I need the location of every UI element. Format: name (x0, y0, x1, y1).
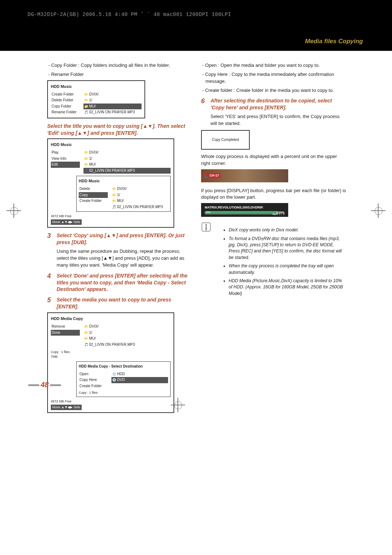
progress-fill (205, 211, 277, 214)
page-number: 48 (27, 381, 62, 389)
channel-badge: 📺 CH-17 (203, 173, 221, 178)
step-3-body: Using the same procedure as Dubbing, rep… (57, 248, 192, 269)
paragraph: Whole copy process is displayed with a p… (201, 153, 346, 167)
bullet-copy-here: Copy Here : Copy to the media immediatel… (201, 71, 346, 85)
step-3-text: Select 'Copy' using [▲▼] and press [ENTE… (57, 232, 192, 246)
file-item[interactable]: 1/ (83, 97, 142, 104)
step-6-body: Select 'YES' and press [ENTER] to confir… (211, 113, 346, 127)
section-title: Media files Copying (305, 38, 363, 45)
context-menu: Remove Done (51, 324, 80, 348)
menu-item[interactable]: Copy Here (79, 377, 108, 383)
menu-item[interactable]: Open (79, 371, 108, 377)
file-list: DVIX/ 1/ MU/ 02_LIVIN ON PRAYER.MP3 (83, 150, 171, 174)
crop-mark-bottom (171, 398, 185, 412)
note-item: To format a DVD±RW disc that contains me… (229, 236, 346, 261)
menu-item[interactable]: Rename Folder (51, 109, 80, 116)
menu-item[interactable]: Create Folder (79, 383, 108, 389)
context-menu: Delete Copy Create Folder (79, 186, 108, 210)
bullet-rename-folder: Rename Folder (47, 71, 192, 78)
file-item[interactable]: MU/ (83, 336, 171, 342)
info-icon (201, 222, 211, 303)
live-tv-preview: 📺 CH-17 (201, 169, 288, 182)
file-item[interactable]: MU/ (83, 162, 171, 168)
crop-mark-left (7, 203, 21, 218)
copy-completed-dialog: Copy Completed (201, 130, 250, 150)
panel-title: HDD Media Copy - Select Destination (79, 364, 168, 369)
file-item[interactable]: MU/ (111, 198, 168, 204)
file-item[interactable]: 02_LIVIN ON PRAYER.MP3 (83, 342, 171, 348)
copy-count: Copy : 1 files (51, 350, 70, 354)
file-item[interactable]: 02_LIVIN ON PRAYER.MP3 (83, 168, 171, 174)
file-item[interactable]: DVIX/ (83, 92, 142, 98)
menu-item[interactable]: Delete Folder (51, 97, 80, 104)
file-list: DVIX/ 1/ MU/ 02_LIVIN ON PRAYER.MP3 (83, 92, 142, 116)
panel-hdd-music-2: HDD Music Play View Info Edit DVIX/ 1/ M… (47, 138, 174, 228)
free-space: 4572 MB Free (51, 399, 72, 404)
step-4-text: Select 'Done' and press [ENTER] after se… (57, 272, 192, 293)
context-menu: Open Copy Here Create Folder (79, 371, 108, 389)
menu-item[interactable]: View Info (51, 156, 80, 162)
note-item: HDD Media (Picture,Music,DivX) capacity … (229, 278, 346, 297)
panel-media-copy: HDD Media Copy Remove Done DVIX/ 1/ MU/ … (47, 312, 174, 413)
step-6-number: 6 (201, 97, 208, 111)
nav-hint: Move ▲▼◀▶ Sele (51, 219, 82, 225)
menu-item[interactable]: Create Folder (79, 198, 108, 204)
crop-mark-right (371, 203, 385, 218)
step-2-text: Select the title you want to copy using … (47, 123, 192, 137)
right-column: Open : Open the media and folder you wan… (201, 60, 346, 417)
context-menu: Play View Info Edit (51, 150, 80, 174)
panel-title: HDD Music (51, 142, 171, 148)
nav-hint: Move ▲▼◀▶ Sele (51, 405, 82, 410)
progress-overlay: MATRIX.REVOLUTIONS.2003.DVDRIP. 0% 100% … (201, 203, 288, 217)
bullet-copy-folder: Copy Folder : Copy folders including all… (47, 62, 192, 69)
menu-item[interactable]: Create Folder (51, 92, 80, 98)
paragraph: If you press [DISPLAY] button, progress … (201, 187, 346, 201)
menu-item[interactable]: Play (51, 150, 80, 156)
step-3-number: 3 (47, 232, 54, 246)
left-column: Copy Folder : Copy folders including all… (47, 60, 192, 417)
dest-item[interactable]: HDD (111, 371, 168, 377)
context-menu: Create Folder Delete Folder Copy Folder … (51, 92, 80, 116)
sub-panel-select-destination: HDD Media Copy - Select Destination Open… (76, 361, 171, 397)
sub-panel-hdd-music: HDD Music Delete Copy Create Folder DVIX… (76, 176, 171, 212)
step-4-number: 4 (47, 272, 54, 293)
svg-point-1 (205, 224, 207, 226)
file-item[interactable]: 1/ (111, 192, 168, 198)
dest-item-selected[interactable]: DVD (111, 377, 168, 383)
step-5-number: 5 (47, 296, 54, 310)
notes-list: DivX copy works only in Divx model. To f… (214, 226, 346, 299)
menu-item[interactable]: Remove (51, 324, 80, 330)
progress-title: MATRIX.REVOLUTIONS.2003.DVDRIP. (205, 205, 264, 210)
destination-list: HDD DVD (111, 371, 168, 389)
file-item[interactable]: 02_LIVIN ON PRAYER.MP3 (111, 204, 168, 210)
note-item: DivX copy works only in Divx model. (229, 227, 346, 233)
file-list: DVIX/ 1/ MU/ 02_LIVIN ON PRAYER.MP3 (83, 324, 171, 348)
progress-item: Item 1 / 2 (273, 212, 285, 216)
file-item[interactable]: 02_LIVIN ON PRAYER.MP3 (83, 109, 142, 116)
bullet-open: Open : Open the media and folder you wan… (201, 62, 346, 69)
step-6-text: After selecting the destination to be co… (211, 97, 346, 111)
bullet-create-folder: Create folder : Create folder in the med… (201, 87, 346, 94)
file-item-selected[interactable]: MU/ (83, 104, 142, 110)
menu-item-selected[interactable]: Edit (51, 162, 80, 168)
file-item[interactable]: DVIX/ (83, 324, 171, 330)
print-header-line: DG-M32D1P-2A(GB) 2006.5.16 4:40 PM ˘ ` 4… (28, 12, 231, 17)
manual-page: DG-M32D1P-2A(GB) 2006.5.16 4:40 PM ˘ ` 4… (0, 0, 392, 555)
menu-item[interactable]: Copy Folder (51, 104, 80, 110)
file-list: DVIX/ 1/ MU/ 02_LIVIN ON PRAYER.MP3 (111, 186, 168, 210)
menu-item[interactable]: Delete (79, 186, 108, 192)
panel-title: HDD Music (79, 178, 168, 184)
menu-item-selected[interactable]: Done (51, 330, 80, 336)
step-5-text: Select the media you want to copy to and… (57, 296, 192, 310)
panel-hdd-music-1: HDD Music Create Folder Delete Folder Co… (47, 80, 145, 118)
menu-item-selected[interactable]: Copy (79, 192, 108, 198)
file-item[interactable]: DVIX/ (111, 186, 168, 192)
file-item[interactable]: DVIX/ (83, 150, 171, 156)
panel-title: HDD Music (51, 84, 142, 90)
header-strip: DG-M32D1P-2A(GB) 2006.5.16 4:40 PM ˘ ` 4… (0, 0, 392, 51)
panel-title: HDD Media Copy (51, 316, 171, 322)
note-item: When the copy process is completed the t… (229, 263, 346, 276)
file-item[interactable]: 1/ (83, 156, 171, 162)
file-item[interactable]: 1/ (83, 330, 171, 336)
copy-size: 7MB (51, 355, 58, 358)
